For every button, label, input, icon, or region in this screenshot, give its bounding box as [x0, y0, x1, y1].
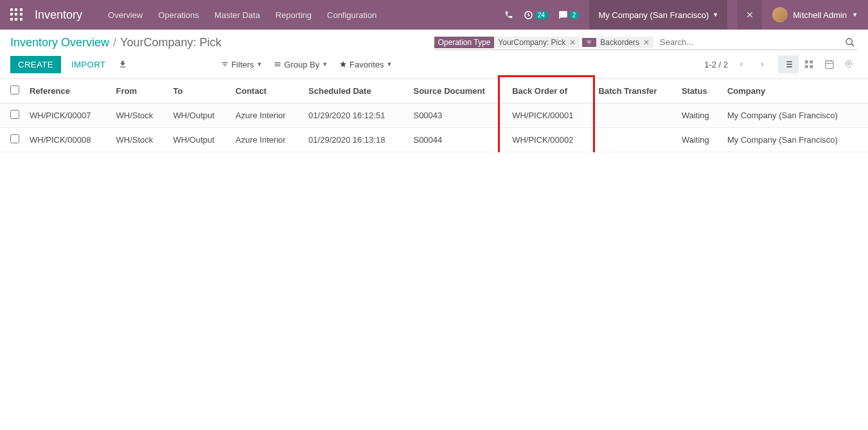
svg-rect-2	[805, 60, 808, 64]
facet-backorders: Backorders ✕	[582, 37, 653, 48]
svg-point-1	[846, 39, 852, 44]
map-view-icon[interactable]	[840, 55, 858, 73]
cell-to: WH/Output	[168, 128, 231, 152]
facet-value: Backorders ✕	[596, 37, 653, 48]
cell-contact: Azure Interior	[231, 128, 304, 152]
toolbar-mid: Filters ▼ Group By ▼ Favorites ▼	[0, 60, 704, 69]
pager: 1-2 / 2	[704, 58, 769, 70]
col-status[interactable]: Status	[677, 79, 722, 103]
select-all-checkbox[interactable]	[10, 85, 19, 94]
pager-text: 1-2 / 2	[704, 60, 728, 69]
nav-menu: Overview Operations Master Data Reportin…	[108, 10, 504, 20]
facet-value: YourCompany: Pick ✕	[494, 37, 580, 48]
breadcrumb-root[interactable]: Inventory Overview	[10, 36, 109, 49]
col-reference[interactable]: Reference	[24, 79, 111, 103]
company-switcher[interactable]: My Company (San Francisco) ▼	[589, 0, 727, 30]
chevron-down-icon: ▼	[852, 12, 858, 18]
toolbar: CREATE IMPORT Filters ▼ Group By ▼ Favor…	[0, 50, 868, 79]
table-wrap: Reference From To Contact Scheduled Date…	[0, 79, 868, 152]
col-from[interactable]: From	[111, 79, 168, 103]
app-title[interactable]: Inventory	[35, 8, 82, 22]
pager-prev[interactable]	[734, 58, 748, 70]
chat-icon[interactable]: 2	[558, 10, 580, 20]
cell-source: S00043	[408, 103, 507, 128]
breadcrumb-sep: /	[113, 36, 116, 49]
svg-rect-4	[805, 65, 808, 68]
table-row[interactable]: WH/PICK/00007 WH/Stock WH/Output Azure I…	[0, 103, 868, 128]
row-checkbox[interactable]	[10, 134, 19, 143]
table-header-row: Reference From To Contact Scheduled Date…	[0, 79, 868, 103]
chevron-down-icon: ▼	[387, 61, 393, 67]
nav-right: 24 2 My Company (San Francisco) ▼ Mitche…	[504, 0, 858, 30]
breadcrumb-current: YourCompany: Pick	[120, 36, 221, 49]
activity-badge: 24	[535, 11, 548, 19]
svg-rect-6	[826, 61, 833, 69]
chevron-down-icon: ▼	[322, 61, 328, 67]
user-label: Mitchell Admin	[793, 10, 847, 20]
col-backorder[interactable]: Back Order of	[507, 79, 593, 103]
groupby-button[interactable]: Group By ▼	[274, 60, 328, 69]
nav-operations[interactable]: Operations	[158, 10, 199, 20]
breadcrumb: Inventory Overview / YourCompany: Pick	[10, 36, 434, 49]
svg-rect-5	[810, 65, 813, 68]
close-icon[interactable]: ✕	[569, 38, 576, 47]
cell-reference: WH/PICK/00007	[24, 103, 111, 128]
svg-rect-3	[810, 60, 813, 64]
chevron-down-icon: ▼	[713, 12, 718, 18]
col-source[interactable]: Source Document	[408, 79, 507, 103]
svg-point-7	[848, 63, 850, 65]
col-scheduled[interactable]: Scheduled Date	[303, 79, 408, 103]
col-contact[interactable]: Contact	[231, 79, 304, 103]
view-switcher	[778, 55, 858, 73]
apps-icon[interactable]	[10, 8, 23, 21]
main-navbar: Inventory Overview Operations Master Dat…	[0, 0, 868, 30]
cell-backorder: WH/PICK/00001	[507, 103, 593, 128]
nav-master-data[interactable]: Master Data	[215, 10, 260, 20]
select-all-cell	[0, 79, 24, 103]
col-batch[interactable]: Batch Transfer	[594, 79, 677, 103]
pager-next[interactable]	[755, 58, 769, 70]
picking-table: Reference From To Contact Scheduled Date…	[0, 79, 868, 152]
cell-backorder: WH/PICK/00002	[507, 128, 593, 152]
cell-from: WH/Stock	[111, 128, 168, 152]
cell-company: My Company (San Francisco)	[722, 103, 868, 128]
search-area: Operation Type YourCompany: Pick ✕ Backo…	[434, 36, 858, 50]
filter-icon	[582, 38, 596, 47]
debug-icon[interactable]	[738, 0, 762, 30]
cell-status: Waiting	[677, 128, 722, 152]
search-icon[interactable]	[842, 37, 858, 48]
chevron-down-icon: ▼	[256, 61, 262, 67]
avatar	[772, 7, 788, 22]
nav-configuration[interactable]: Configuration	[327, 10, 376, 20]
chat-badge: 2	[569, 11, 580, 19]
table-row[interactable]: WH/PICK/00008 WH/Stock WH/Output Azure I…	[0, 128, 868, 152]
close-icon[interactable]: ✕	[643, 38, 650, 47]
calendar-view-icon[interactable]	[819, 55, 840, 73]
list-view-icon[interactable]	[778, 55, 799, 73]
cell-batch	[594, 103, 677, 128]
filters-button[interactable]: Filters ▼	[221, 60, 262, 69]
facet-label: Operation Type	[434, 37, 495, 48]
col-company[interactable]: Company	[722, 79, 868, 103]
company-label: My Company (San Francisco)	[598, 10, 709, 20]
activity-icon[interactable]: 24	[524, 10, 548, 20]
cell-status: Waiting	[677, 103, 722, 128]
control-row: Inventory Overview / YourCompany: Pick O…	[0, 30, 868, 50]
nav-overview[interactable]: Overview	[108, 10, 143, 20]
cell-batch	[594, 128, 677, 152]
search-input[interactable]	[656, 36, 842, 48]
row-checkbox[interactable]	[10, 110, 19, 119]
cell-to: WH/Output	[168, 103, 231, 128]
favorites-button[interactable]: Favorites ▼	[339, 60, 392, 69]
kanban-view-icon[interactable]	[799, 55, 819, 73]
cell-scheduled: 01/29/2020 16:13:18	[303, 128, 408, 152]
cell-contact: Azure Interior	[231, 103, 304, 128]
toolbar-right: 1-2 / 2	[704, 55, 858, 73]
cell-from: WH/Stock	[111, 103, 168, 128]
col-to[interactable]: To	[168, 79, 231, 103]
cell-source: S00044	[408, 128, 507, 152]
user-menu[interactable]: Mitchell Admin ▼	[772, 7, 858, 22]
nav-reporting[interactable]: Reporting	[276, 10, 312, 20]
phone-icon[interactable]	[504, 10, 513, 19]
cell-scheduled: 01/29/2020 16:12:51	[303, 103, 408, 128]
